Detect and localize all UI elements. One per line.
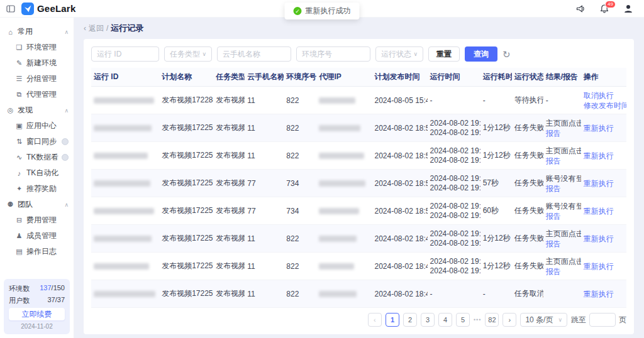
sidebar-section-common[interactable]: ⌂常用∧ (0, 24, 74, 40)
page-size-select[interactable]: 10 条/页∨ (520, 313, 567, 327)
status-cell: 任务失败 (512, 225, 543, 253)
run-status-select[interactable]: 运行状态∨ (375, 46, 423, 62)
reset-button[interactable]: 重置 (428, 46, 460, 62)
run-id-cell (91, 114, 159, 142)
page-button-82[interactable]: 82 (485, 313, 499, 327)
env-number-cell: 822 (284, 87, 316, 114)
run-id-cell (91, 142, 159, 170)
run-id-input[interactable] (91, 46, 159, 62)
page-button-1[interactable]: 1 (386, 313, 399, 327)
proxy-ip-cell (316, 253, 372, 280)
rerun-link[interactable]: 重新执行 (584, 206, 624, 216)
sidebar-item-group-manage[interactable]: ☰分组管理 (0, 71, 74, 87)
sidebar-item-tk-automation[interactable]: ♪TK自动化 (0, 165, 74, 181)
publish-time-cell: 2024-08-02 18:49 (372, 280, 427, 308)
page-title: 运行记录 (111, 23, 143, 34)
rerun-link[interactable]: 重新执行 (584, 234, 624, 244)
page-button-5[interactable]: 5 (456, 313, 470, 327)
sidebar-item-operation-log[interactable]: ▤操作日志 (0, 244, 74, 259)
status-cell: 任务失败 (512, 170, 543, 197)
prev-page-button[interactable]: ‹ (368, 313, 382, 327)
sidebar-section-team[interactable]: ⚉团队∧ (0, 197, 74, 212)
sidebar-collapse-icon[interactable] (5, 3, 16, 14)
page-button-4[interactable]: 4 (438, 313, 452, 327)
sidebar-item-new-env[interactable]: ✎新建环境 (0, 55, 74, 71)
sidebar-item-tk-dashboard[interactable]: ∿TK数据看板 (0, 150, 74, 165)
breadcrumb-separator: / (106, 24, 108, 33)
expire-date: 2024-11-02 (9, 323, 65, 330)
home-icon: ⌂ (6, 28, 14, 36)
beta-badge-icon (62, 138, 69, 145)
query-button[interactable]: 查询 (465, 46, 497, 62)
run-time-cell: 2024-08-02 19:46 -2024-08-02 19:47 (428, 197, 480, 225)
user-count-label: 用户数 (9, 296, 30, 305)
phone-name-input[interactable] (217, 46, 291, 62)
tk-dashboard-icon: ∿ (15, 153, 23, 161)
brand-logo[interactable]: GeeLark (21, 3, 75, 15)
renew-button[interactable]: 立即续费 (9, 308, 65, 320)
breadcrumb-back-link[interactable]: 返回 (89, 23, 104, 34)
user-avatar-icon[interactable] (623, 3, 634, 14)
task-type-cell: 发布视频 (213, 253, 245, 280)
run-id-cell (91, 280, 159, 308)
run-time-cell: - (428, 280, 480, 308)
toast-message: 重新执行成功 (306, 6, 351, 16)
sidebar-item-billing[interactable]: ⊟费用管理 (0, 212, 74, 228)
sidebar-section-label: 常用 (18, 26, 33, 37)
col-result: 结果/报告 (543, 68, 581, 87)
next-page-button[interactable]: › (502, 313, 516, 327)
sidebar-item-env-manage[interactable]: ❏环境管理 (0, 40, 74, 55)
refresh-icon[interactable]: ↻ (502, 50, 511, 59)
rerun-link[interactable]: 重新执行 (584, 151, 624, 161)
env-number-cell: 822 (284, 280, 316, 308)
actions-cell: 重新执行 (581, 142, 626, 170)
report-link[interactable]: 报告 (546, 128, 579, 138)
page-button-2[interactable]: 2 (403, 313, 417, 327)
sidebar-item-proxy-manage[interactable]: ⧉代理管理 (0, 87, 74, 102)
redacted-run-id (94, 180, 150, 187)
report-link[interactable]: 报告 (546, 183, 579, 194)
plan-name-cell: 发布视频172259... (159, 142, 213, 170)
report-link[interactable]: 报告 (546, 211, 579, 221)
task-type-select[interactable]: 任务类型∨ (164, 46, 212, 62)
cancel-run-link[interactable]: 取消执行 (584, 90, 624, 101)
chevron-up-icon: ∧ (64, 107, 69, 114)
group-icon: ☰ (15, 75, 23, 83)
publish-time-cell: 2024-08-02 18:52 (372, 170, 427, 197)
rerun-link[interactable]: 重新执行 (584, 123, 624, 133)
page-button-3[interactable]: 3 (421, 313, 435, 327)
table-row: 发布视频172259...发布视频118222024-08-02 18:4720… (91, 225, 626, 253)
sidebar-item-app-center[interactable]: ▣应用中心 (0, 118, 74, 134)
sidebar-section-discover[interactable]: ◎发现∧ (0, 102, 74, 118)
jump-unit: 页 (619, 315, 626, 325)
col-proxy-ip: 代理IP (316, 68, 372, 87)
col-publish-time: 计划发布时间 (372, 68, 427, 87)
redacted-proxy-ip (319, 125, 360, 131)
sidebar-item-label: 分组管理 (26, 74, 57, 84)
plan-name-cell: 发布视频172284... (159, 87, 213, 114)
modify-publish-time-link[interactable]: 修改发布时间 (584, 101, 624, 111)
redacted-run-id (94, 208, 154, 214)
run-id-cell (91, 170, 159, 197)
sidebar-item-members[interactable]: ♟成员管理 (0, 228, 74, 244)
report-link[interactable]: 报告 (546, 266, 579, 276)
env-count-value: 137/150 (40, 284, 65, 293)
report-link[interactable]: 报告 (546, 239, 579, 249)
beta-badge-icon (62, 154, 69, 161)
page-jump: 跳至页 (571, 313, 626, 327)
success-check-icon: ✓ (294, 7, 302, 15)
rerun-link[interactable]: 重新执行 (584, 178, 624, 188)
actions-cell: 重新执行 (581, 280, 626, 308)
env-number-input[interactable] (296, 46, 370, 62)
jump-input[interactable] (589, 313, 616, 327)
env-count-label: 环境数 (9, 284, 30, 293)
sidebar-item-referral-reward[interactable]: ✦推荐奖励 (0, 181, 74, 197)
report-link[interactable]: 报告 (546, 156, 579, 166)
rerun-link[interactable]: 重新执行 (584, 261, 624, 271)
notification-bell-icon[interactable]: 49 (599, 3, 610, 14)
rerun-link[interactable]: 重新执行 (584, 289, 624, 299)
redacted-run-id (94, 125, 152, 131)
col-status: 运行状态 (512, 68, 543, 87)
sidebar-item-window-sync[interactable]: ⇅窗口同步 (0, 134, 74, 150)
announcement-icon[interactable] (575, 3, 586, 14)
